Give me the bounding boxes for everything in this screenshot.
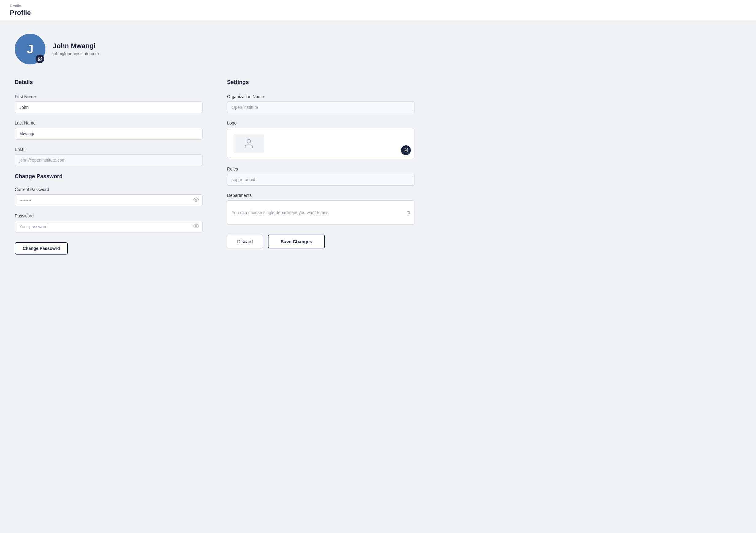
avatar-edit-button[interactable]: [36, 55, 44, 63]
current-password-toggle-icon[interactable]: [193, 197, 199, 204]
profile-header: J John Mwangi john@openinstitute.com: [15, 34, 415, 64]
email-group: Email: [15, 147, 202, 166]
user-icon: [243, 138, 254, 149]
logo-placeholder: [233, 134, 264, 153]
current-password-group: Current Password: [15, 187, 202, 206]
logo-label: Logo: [227, 120, 415, 125]
new-password-toggle-icon[interactable]: [193, 223, 199, 230]
last-name-group: Last Name: [15, 120, 202, 140]
last-name-label: Last Name: [15, 120, 202, 125]
user-name: John Mwangi: [53, 42, 99, 50]
profile-info: John Mwangi john@openinstitute.com: [53, 42, 99, 56]
org-name-group: Organization Name: [227, 94, 415, 113]
org-name-label: Organization Name: [227, 94, 415, 99]
roles-label: Roles: [227, 166, 415, 171]
pencil-icon: [38, 57, 42, 61]
new-password-group: Password: [15, 214, 202, 233]
logo-group: Logo: [227, 120, 415, 159]
discard-button[interactable]: Discard: [227, 235, 263, 248]
last-name-input[interactable]: [15, 128, 202, 140]
svg-point-1: [196, 225, 197, 227]
new-password-label: Password: [15, 214, 202, 218]
settings-section: Settings Organization Name Logo: [227, 79, 415, 248]
email-label: Email: [15, 147, 202, 152]
avatar-container: J: [15, 34, 45, 64]
current-password-wrapper: [15, 194, 202, 206]
save-changes-button[interactable]: Save Changes: [268, 235, 325, 248]
logo-area: [227, 128, 415, 159]
details-section: Details First Name Last Name Email Chang…: [15, 79, 202, 255]
breadcrumb: Profile: [10, 4, 746, 8]
settings-title: Settings: [227, 79, 415, 86]
details-title: Details: [15, 79, 202, 86]
page-title: Profile: [10, 9, 746, 17]
email-input[interactable]: [15, 154, 202, 166]
departments-wrapper: You can choose single department you wan…: [227, 200, 415, 225]
new-password-input[interactable]: [15, 221, 202, 233]
logo-edit-button[interactable]: [401, 145, 411, 155]
pencil-icon: [404, 148, 408, 152]
svg-point-0: [196, 199, 197, 201]
current-password-input[interactable]: [15, 194, 202, 206]
change-password-button[interactable]: Change Passowrd: [15, 242, 68, 255]
org-name-input[interactable]: [227, 102, 415, 113]
first-name-group: First Name: [15, 94, 202, 113]
current-password-label: Current Password: [15, 187, 202, 192]
first-name-input[interactable]: [15, 102, 202, 113]
change-password-title: Change Password: [15, 173, 202, 180]
departments-group: Departments You can choose single depart…: [227, 193, 415, 225]
roles-display: super_admin: [227, 174, 415, 186]
roles-group: Roles super_admin: [227, 166, 415, 186]
user-email: john@openinstitute.com: [53, 51, 99, 56]
departments-select[interactable]: You can choose single department you wan…: [227, 200, 415, 225]
svg-point-2: [247, 140, 251, 143]
departments-label: Departments: [227, 193, 415, 198]
first-name-label: First Name: [15, 94, 202, 99]
new-password-wrapper: [15, 221, 202, 233]
action-buttons: Discard Save Changes: [227, 235, 415, 248]
